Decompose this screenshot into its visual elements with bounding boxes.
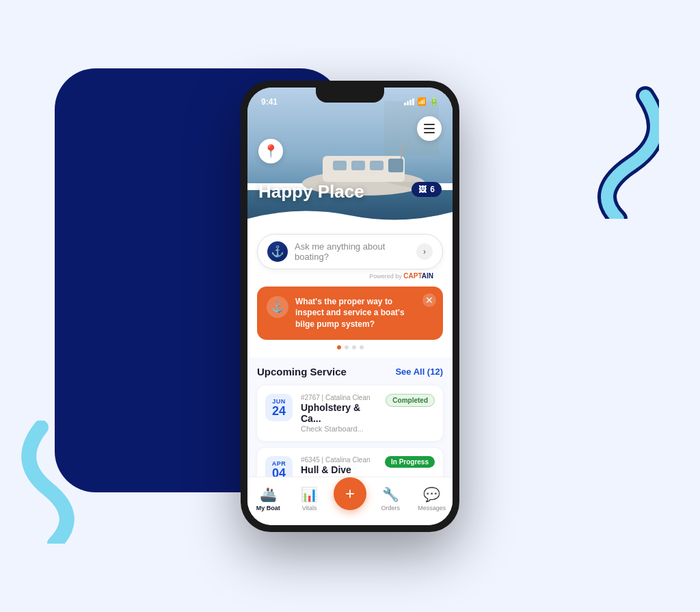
- promo-dot-4[interactable]: [360, 345, 364, 349]
- my-boat-icon: 🚢: [260, 486, 277, 503]
- menu-line-3: [424, 132, 435, 133]
- brand-capt: CAPT: [403, 272, 421, 280]
- promo-section: ⚓ What's the proper way to inspect and s…: [247, 287, 453, 358]
- nav-messages[interactable]: 💬 Messages: [415, 486, 449, 511]
- scroll-content: ⚓ Ask me anything about boating? › Power…: [247, 224, 453, 477]
- phone-screen: 9:41 📶 🔋: [247, 88, 453, 525]
- promo-dots: [257, 345, 443, 349]
- location-pin-icon: 📍: [263, 144, 278, 159]
- nav-vitals[interactable]: 📊 Vitals: [293, 486, 327, 511]
- promo-card: ⚓ What's the proper way to inspect and s…: [257, 287, 443, 340]
- nav-request-fab[interactable]: +: [334, 477, 366, 510]
- boat-name-overlay: Happy Place: [258, 183, 364, 200]
- promo-dot-2[interactable]: [345, 345, 349, 349]
- status-badge-inprogress-2: In Progress: [385, 456, 435, 468]
- my-boat-label: My Boat: [256, 505, 280, 511]
- signal-icon: [404, 98, 414, 105]
- ask-ai-chevron[interactable]: ›: [416, 243, 433, 260]
- service-ref-2: #6345 | Catalina Clean: [301, 456, 377, 464]
- hero-wave: [247, 205, 453, 224]
- status-badge-completed-1: Completed: [386, 394, 435, 407]
- vitals-label: Vitals: [302, 505, 317, 511]
- see-all-button[interactable]: See All (12): [395, 367, 443, 377]
- captain-icon: ⚓: [271, 245, 284, 258]
- service-card-2[interactable]: APR 04 #6345 | Catalina Clean Hull & Div…: [257, 448, 443, 477]
- date-day-1: 24: [271, 405, 287, 417]
- svg-rect-4: [370, 161, 383, 170]
- ask-ai-section: ⚓ Ask me anything about boating? › Power…: [247, 224, 453, 287]
- messages-icon: 💬: [423, 486, 440, 503]
- service-name-2: Hull & Dive Service: [301, 464, 377, 477]
- ask-ai-placeholder: Ask me anything about boating?: [295, 241, 409, 262]
- phone-mockup: 9:41 📶 🔋: [241, 81, 459, 532]
- service-desc-1: Check Starboard...: [301, 425, 377, 433]
- date-badge-2: APR 04: [265, 456, 293, 477]
- svg-line-7: [401, 146, 408, 149]
- service-section: Upcoming Service See All (12) JUN 24 #27…: [247, 358, 453, 477]
- photo-count: 6: [430, 185, 435, 194]
- ask-ai-bar[interactable]: ⚓ Ask me anything about boating? ›: [257, 234, 443, 269]
- powered-by-label: Powered by CAPTAIN: [257, 269, 443, 282]
- promo-close-button[interactable]: ✕: [422, 293, 436, 307]
- svg-rect-2: [333, 161, 347, 170]
- menu-button[interactable]: [417, 116, 442, 141]
- svg-rect-5: [388, 159, 403, 172]
- request-plus-icon: +: [345, 484, 355, 503]
- promo-dot-1[interactable]: [337, 345, 341, 349]
- squiggle-right: [536, 82, 659, 219]
- menu-line-1: [424, 124, 435, 125]
- promo-avatar: ⚓: [267, 296, 288, 318]
- date-badge-1: JUN 24: [265, 394, 293, 421]
- nav-orders[interactable]: 🔧 Orders: [373, 486, 407, 511]
- photo-icon: 🖼: [418, 185, 427, 194]
- menu-line-2: [424, 128, 435, 129]
- service-section-title: Upcoming Service: [257, 366, 347, 377]
- date-day-2: 04: [271, 467, 287, 477]
- boat-name-text: Happy Place: [258, 183, 364, 200]
- squiggle-left: [21, 421, 130, 544]
- messages-label: Messages: [418, 505, 446, 511]
- bottom-nav: 🚢 My Boat 📊 Vitals + 🔧 Orders 💬 Messages: [247, 477, 453, 525]
- vitals-icon: 📊: [301, 486, 318, 503]
- service-name-1: Upholstery & Ca...: [301, 402, 377, 424]
- photo-count-badge[interactable]: 🖼 6: [412, 182, 442, 197]
- service-header: Upcoming Service See All (12): [257, 366, 443, 377]
- promo-icon: ⚓: [271, 300, 284, 313]
- status-time: 9:41: [261, 97, 278, 107]
- service-info-1: #2767 | Catalina Clean Upholstery & Ca..…: [301, 394, 377, 433]
- ai-avatar: ⚓: [267, 241, 288, 262]
- nav-my-boat[interactable]: 🚢 My Boat: [251, 486, 285, 511]
- orders-label: Orders: [381, 505, 401, 511]
- wifi-icon: 📶: [417, 97, 427, 106]
- promo-dot-3[interactable]: [352, 345, 356, 349]
- status-icons: 📶 🔋: [404, 97, 439, 106]
- battery-icon: 🔋: [429, 97, 439, 106]
- service-card-1[interactable]: JUN 24 #2767 | Catalina Clean Upholstery…: [257, 386, 443, 441]
- promo-text: What's the proper way to inspect and ser…: [295, 296, 418, 330]
- service-info-2: #6345 | Catalina Clean Hull & Dive Servi…: [301, 456, 377, 477]
- service-ref-1: #2767 | Catalina Clean: [301, 394, 377, 401]
- location-button[interactable]: 📍: [258, 139, 283, 163]
- brand-ain: AIN: [422, 272, 433, 280]
- svg-rect-3: [351, 161, 365, 170]
- phone-notch: [316, 88, 384, 103]
- phone-frame: 9:41 📶 🔋: [241, 81, 459, 532]
- orders-icon: 🔧: [382, 486, 399, 503]
